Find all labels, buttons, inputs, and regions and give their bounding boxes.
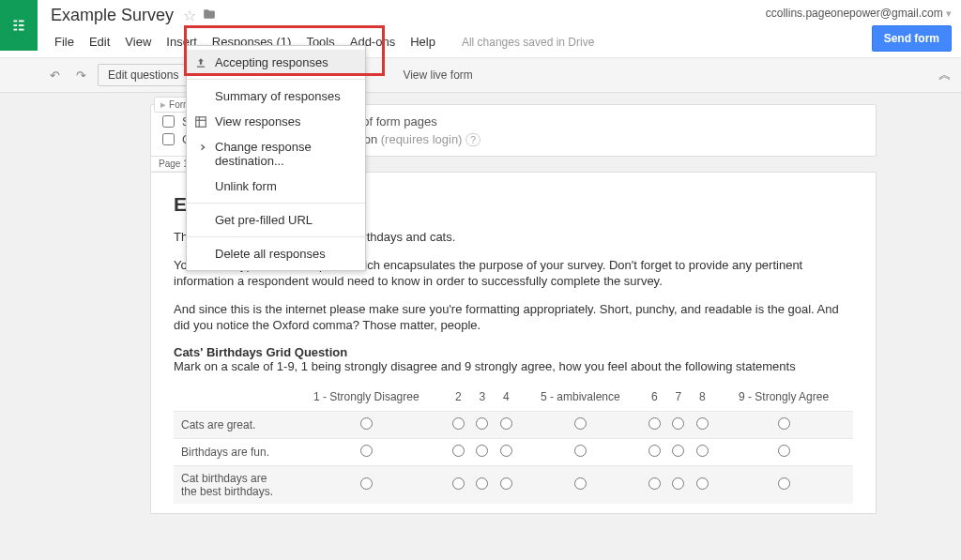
grid-col-8: 8 bbox=[691, 383, 715, 412]
menu-help[interactable]: Help bbox=[403, 31, 443, 53]
grid-radio[interactable] bbox=[452, 477, 465, 490]
grid-radio[interactable] bbox=[360, 417, 373, 430]
svg-rect-7 bbox=[196, 117, 206, 128]
folder-icon[interactable] bbox=[202, 8, 217, 24]
grid-col-9: 9 - Strongly Agree bbox=[714, 383, 853, 412]
grid-row-label: Cat birthdays are the best birthdays. bbox=[174, 465, 286, 504]
grid-col-6: 6 bbox=[642, 383, 666, 412]
grid-radio[interactable] bbox=[778, 477, 790, 490]
progress-bar-checkbox[interactable] bbox=[162, 115, 175, 128]
view-live-form-link[interactable]: View live form bbox=[403, 68, 472, 82]
dd-change-destination[interactable]: Change response destination... bbox=[187, 134, 365, 174]
grid-radio[interactable] bbox=[696, 417, 709, 430]
grid-radio[interactable] bbox=[648, 477, 661, 490]
grid-row: Cats are great. bbox=[174, 411, 853, 438]
grid-row-label: Birthdays are fun. bbox=[174, 438, 286, 465]
grid-radio[interactable] bbox=[360, 445, 373, 457]
grid-row-label: Cats are great. bbox=[174, 411, 286, 438]
grid-radio[interactable] bbox=[500, 417, 512, 430]
grid-radio[interactable] bbox=[476, 417, 488, 430]
forms-app-icon[interactable] bbox=[0, 0, 38, 51]
document-title[interactable]: Example Survey bbox=[47, 4, 177, 27]
dd-prefilled-url[interactable]: Get pre-filled URL bbox=[187, 207, 365, 233]
grid-radio[interactable] bbox=[476, 477, 488, 490]
grid-col-5: 5 - ambivalence bbox=[518, 383, 642, 412]
question-subtitle: Mark on a scale of 1-9, 1 being strongly… bbox=[174, 359, 853, 373]
grid-col-3: 3 bbox=[470, 383, 495, 412]
grid-col-4: 4 bbox=[495, 383, 519, 412]
grid-radio[interactable] bbox=[500, 445, 512, 457]
grid-radio[interactable] bbox=[696, 445, 709, 457]
one-response-checkbox[interactable] bbox=[162, 133, 175, 145]
grid-radio[interactable] bbox=[452, 445, 465, 457]
grid-radio[interactable] bbox=[778, 445, 790, 457]
grid-radio[interactable] bbox=[672, 477, 684, 490]
collapse-toolbar-icon[interactable]: ︽ bbox=[938, 67, 952, 83]
grid-row: Birthdays are fun. bbox=[174, 438, 853, 465]
survey-description-3: And since this is the internet please ma… bbox=[174, 301, 853, 334]
redo-icon[interactable]: ↷ bbox=[71, 68, 90, 83]
grid-radio[interactable] bbox=[574, 477, 587, 490]
svg-rect-4 bbox=[19, 24, 24, 26]
svg-rect-1 bbox=[14, 21, 18, 23]
dd-accepting-responses[interactable]: Accepting responses bbox=[187, 50, 365, 75]
grid-radio[interactable] bbox=[476, 445, 488, 457]
grid-radio[interactable] bbox=[778, 417, 790, 430]
svg-rect-2 bbox=[19, 21, 24, 23]
svg-rect-6 bbox=[19, 29, 24, 31]
svg-rect-5 bbox=[14, 29, 18, 31]
grid-question-table: 1 - Strongly Disagree 2 3 4 5 - ambivale… bbox=[174, 383, 853, 504]
grid-radio[interactable] bbox=[360, 477, 373, 490]
spreadsheet-icon bbox=[194, 115, 207, 129]
dd-summary[interactable]: Summary of responses bbox=[187, 83, 365, 109]
grid-col-2: 2 bbox=[447, 383, 471, 412]
grid-col-7: 7 bbox=[666, 383, 691, 412]
grid-row: Cat birthdays are the best birthdays. bbox=[174, 465, 853, 504]
grid-radio[interactable] bbox=[452, 417, 465, 430]
grid-radio[interactable] bbox=[672, 417, 684, 430]
grid-radio[interactable] bbox=[500, 477, 512, 490]
menu-edit[interactable]: Edit bbox=[82, 31, 117, 53]
grid-radio[interactable] bbox=[672, 445, 684, 457]
responses-dropdown: Accepting responses Summary of responses… bbox=[186, 45, 366, 271]
send-form-button[interactable]: Send form bbox=[872, 25, 952, 52]
dd-delete-all[interactable]: Delete all responses bbox=[187, 241, 365, 266]
dd-view-responses[interactable]: View responses bbox=[187, 109, 365, 134]
saved-status: All changes saved in Drive bbox=[462, 36, 594, 49]
star-icon[interactable]: ☆ bbox=[183, 7, 196, 24]
menu-file[interactable]: File bbox=[47, 31, 82, 53]
grid-col-1: 1 - Strongly Disagree bbox=[286, 383, 447, 412]
grid-radio[interactable] bbox=[648, 445, 661, 457]
grid-radio[interactable] bbox=[696, 477, 709, 490]
edit-questions-button[interactable]: Edit questions bbox=[98, 64, 189, 86]
arrow-right-icon bbox=[194, 141, 207, 154]
grid-radio[interactable] bbox=[574, 417, 587, 430]
dd-unlink-form[interactable]: Unlink form bbox=[187, 174, 365, 199]
menu-view[interactable]: View bbox=[117, 31, 159, 53]
question-title: Cats' Birthdays Grid Question bbox=[174, 345, 853, 359]
grid-radio[interactable] bbox=[574, 445, 587, 457]
undo-icon[interactable]: ↶ bbox=[45, 68, 64, 83]
chevron-down-icon: ▾ bbox=[946, 8, 952, 19]
upload-icon bbox=[194, 56, 207, 69]
help-icon: ? bbox=[465, 133, 480, 146]
user-account[interactable]: ccollins.pageonepower@gmail.com ▾ bbox=[766, 5, 952, 20]
grid-radio[interactable] bbox=[648, 417, 661, 430]
svg-rect-3 bbox=[14, 24, 18, 26]
